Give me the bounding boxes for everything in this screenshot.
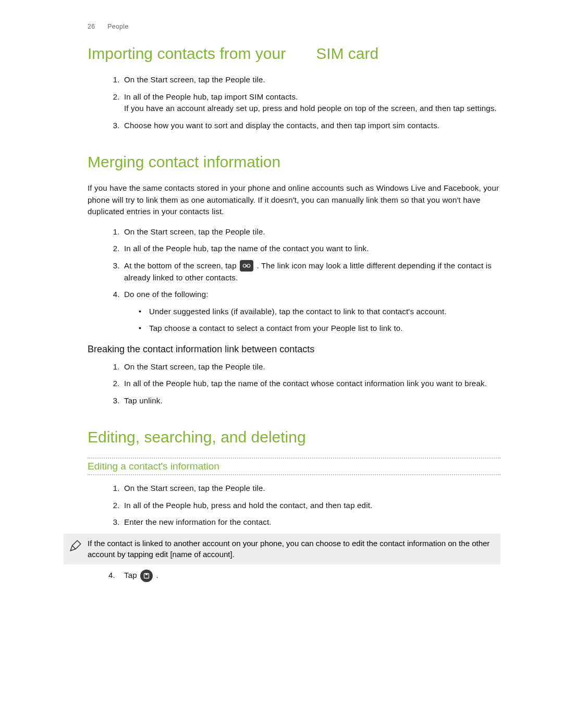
- breaking-steps: On the Start screen, tap the People tile…: [88, 361, 500, 407]
- edit-step-2: In all of the People hub, press and hold…: [122, 500, 500, 512]
- merging-steps: On the Start screen, tap the People tile…: [88, 226, 500, 335]
- edit-step-4: Tap .: [122, 570, 500, 582]
- subsection-band: Editing a contact's information: [88, 458, 500, 475]
- edit-step-1: On the Start screen, tap the People tile…: [122, 483, 500, 495]
- heading-breaking-link: Breaking the contact information link be…: [88, 344, 500, 355]
- break-step-1: On the Start screen, tap the People tile…: [122, 361, 500, 373]
- editing-steps-cont: Tap .: [88, 570, 500, 582]
- merge-opt-2: Tap choose a contact to select a contact…: [139, 323, 500, 335]
- break-step-2: In all of the People hub, tap the name o…: [122, 378, 500, 390]
- pen-icon: [64, 538, 88, 552]
- step-3: Choose how you want to sort and display …: [122, 120, 500, 132]
- heading-merging: Merging contact information: [88, 153, 500, 171]
- step-1: On the Start screen, tap the People tile…: [122, 74, 500, 86]
- note-text: If the contact is linked to another acco…: [88, 538, 495, 561]
- note-box: If the contact is linked to another acco…: [64, 534, 500, 565]
- merging-lead: If you have the same contacts stored in …: [88, 182, 500, 218]
- merge-opt-1: Under suggested links (if available), ta…: [139, 306, 500, 318]
- merge-step-1: On the Start screen, tap the People tile…: [122, 226, 500, 238]
- step-2: In all of the People hub, tap import SIM…: [122, 91, 500, 115]
- section-name: People: [107, 23, 128, 30]
- merge-step-3: At the bottom of the screen, tap . The l…: [122, 260, 500, 284]
- svg-rect-4: [145, 574, 148, 575]
- link-icon: [240, 260, 253, 272]
- heading-importing-sim: Importing contacts from yourSIM card: [88, 45, 500, 63]
- edit-step-3: Enter the new information for the contac…: [122, 516, 500, 528]
- subsection-title: Editing a contact's information: [88, 461, 500, 472]
- page-header: 26 People: [88, 23, 500, 30]
- heading-editing: Editing, searching, and deleting: [88, 428, 500, 446]
- editing-steps: On the Start screen, tap the People tile…: [88, 483, 500, 528]
- break-step-3: Tap unlink.: [122, 395, 500, 407]
- importing-steps: On the Start screen, tap the People tile…: [88, 74, 500, 131]
- save-icon: [140, 570, 153, 582]
- merge-step-4: Do one of the following: Under suggested…: [122, 289, 500, 335]
- merge-options: Under suggested links (if available), ta…: [124, 306, 500, 335]
- merge-step-2: In all of the People hub, tap the name o…: [122, 243, 500, 255]
- page-number: 26: [88, 23, 95, 30]
